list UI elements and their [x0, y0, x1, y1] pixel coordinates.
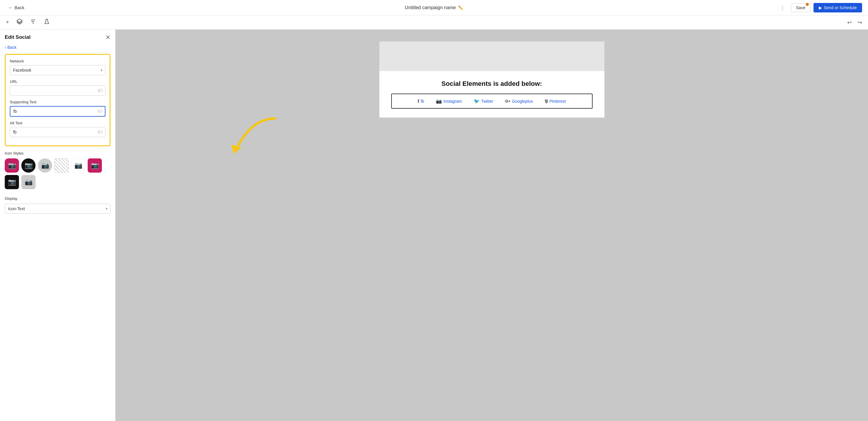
network-label: Network: [10, 59, 105, 63]
campaign-title: Untitled campaign name: [405, 5, 456, 10]
sidebar: Edit Social ✕ ‹ Back Network Facebook Tw…: [0, 30, 116, 421]
social-bar-title: Social Elements is added below:: [379, 71, 604, 94]
icon-style-8-icon: 📷: [25, 178, 33, 186]
back-label: Back: [14, 5, 24, 10]
canvas: Social Elements is added below: f fb 📷 I…: [116, 30, 868, 421]
undo-icon[interactable]: ↩: [846, 18, 853, 27]
send-or-schedule-button[interactable]: ▶ Send or Schedule: [813, 3, 862, 12]
display-label: Display: [5, 196, 111, 201]
display-section: Display Icon-Text Icon Text ▾: [5, 196, 111, 214]
more-options-button[interactable]: ⋮: [777, 3, 788, 12]
icon-style-1-icon: 📷: [8, 162, 16, 169]
edit-social-section: Network Facebook Twitter Instagram Linke…: [5, 54, 111, 146]
toolbar-right: ↩ ↪: [846, 18, 863, 27]
url-input-wrapper: 🏷: [10, 86, 105, 96]
toolbar-left: +: [5, 17, 51, 28]
alt-text-group: Alt Text 🏷: [10, 121, 105, 137]
instagram-icon: 📷: [436, 98, 442, 104]
icon-style-3-icon: 📷: [41, 162, 49, 169]
icon-style-6-icon: 📷: [91, 162, 99, 169]
supporting-text-tag-icon: 🏷: [98, 109, 102, 114]
flask-icon[interactable]: [42, 17, 51, 28]
svg-marker-6: [231, 144, 241, 154]
supporting-text-input-wrapper: 🏷: [10, 106, 105, 117]
googleplus-label: Googleplus: [512, 99, 533, 104]
network-group: Network Facebook Twitter Instagram Linke…: [10, 59, 105, 75]
email-header-section: [379, 41, 604, 71]
display-select[interactable]: Icon-Text Icon Text: [5, 204, 111, 214]
svg-point-5: [32, 21, 32, 22]
icon-style-8[interactable]: 📷: [21, 175, 35, 189]
googleplus-icon: G+: [505, 99, 510, 103]
redo-icon[interactable]: ↪: [857, 18, 863, 27]
icon-style-4[interactable]: [55, 158, 69, 172]
supporting-text-label: Supporting Text: [10, 100, 105, 104]
twitter-label: Twitter: [481, 99, 493, 104]
sidebar-header: Edit Social ✕: [5, 34, 111, 40]
add-element-button[interactable]: +: [5, 18, 10, 27]
facebook-icon: f: [417, 99, 419, 104]
send-label: Send or Schedule: [824, 5, 857, 10]
notification-dot: [806, 3, 809, 6]
icon-style-3[interactable]: 📷: [38, 158, 52, 172]
icon-style-7-icon: 📷: [8, 178, 16, 186]
alt-text-tag-icon: 🏷: [98, 129, 102, 135]
header-center: Untitled campaign name ✏️: [405, 5, 463, 10]
icon-style-5-icon: 📷: [74, 162, 82, 169]
header-left: ← Back: [6, 4, 27, 11]
social-bar: f fb 📷 Instagram 🐦 Twitter G+: [391, 94, 593, 109]
back-button[interactable]: ← Back: [6, 4, 27, 11]
icon-styles-label: Icon Styles: [5, 151, 111, 155]
icon-style-5[interactable]: 📷: [71, 158, 85, 172]
header-right: ⋮ Save ▶ Send or Schedule: [777, 3, 862, 12]
svg-point-4: [33, 23, 33, 24]
alt-text-label: Alt Text: [10, 121, 105, 125]
main-content: Edit Social ✕ ‹ Back Network Facebook Tw…: [0, 30, 868, 421]
display-select-wrapper: Icon-Text Icon Text ▾: [5, 204, 111, 214]
edit-pencil-icon[interactable]: ✏️: [458, 5, 463, 10]
social-item-pinterest[interactable]: 𝕻 Pinterest: [545, 99, 566, 104]
back-arrow-icon: ←: [8, 5, 13, 10]
icon-styles-section: Icon Styles 📷 📷 📷 📷 📷: [5, 151, 111, 195]
alt-text-input[interactable]: [10, 127, 105, 137]
sidebar-title: Edit Social: [5, 34, 31, 40]
email-card: Social Elements is added below: f fb 📷 I…: [379, 41, 604, 118]
url-tag-icon: 🏷: [98, 88, 102, 93]
icon-style-2[interactable]: 📷: [21, 158, 35, 172]
supporting-text-group: Supporting Text 🏷: [10, 100, 105, 117]
social-item-instagram[interactable]: 📷 Instagram: [436, 98, 462, 104]
back-chevron-icon: ‹: [5, 45, 6, 50]
social-item-facebook[interactable]: f fb: [417, 99, 424, 104]
filter-icon[interactable]: [29, 17, 38, 28]
alt-text-input-wrapper: 🏷: [10, 127, 105, 137]
back-link-label: Back: [7, 45, 17, 50]
close-sidebar-button[interactable]: ✕: [105, 34, 111, 40]
icon-style-6[interactable]: 📷: [88, 158, 102, 172]
back-link[interactable]: ‹ Back: [5, 45, 111, 50]
arrow-annotation: [228, 112, 281, 161]
instagram-label: Instagram: [443, 99, 462, 104]
pinterest-icon: 𝕻: [545, 99, 548, 104]
header: ← Back Untitled campaign name ✏️ ⋮ Save …: [0, 0, 868, 15]
url-input[interactable]: [10, 86, 105, 96]
icon-style-7[interactable]: 📷: [5, 175, 19, 189]
twitter-icon: 🐦: [474, 98, 480, 104]
icon-style-2-icon: 📷: [25, 162, 33, 169]
url-group: URL 🏷: [10, 79, 105, 96]
toolbar: + ↩ ↪: [0, 15, 868, 30]
send-icon: ▶: [819, 5, 822, 10]
network-select[interactable]: Facebook Twitter Instagram LinkedIn Pint…: [10, 65, 105, 75]
facebook-label: fb: [421, 99, 424, 104]
icon-styles-grid: 📷 📷 📷 📷 📷 📷: [5, 158, 111, 189]
network-select-wrapper: Facebook Twitter Instagram LinkedIn Pint…: [10, 65, 105, 75]
icon-style-1[interactable]: 📷: [5, 158, 19, 172]
layers-icon[interactable]: [15, 17, 24, 28]
social-item-googleplus[interactable]: G+ Googleplus: [505, 99, 533, 104]
pinterest-label: Pinterest: [549, 99, 566, 104]
supporting-text-input[interactable]: [10, 106, 105, 117]
url-label: URL: [10, 79, 105, 84]
social-item-twitter[interactable]: 🐦 Twitter: [474, 98, 493, 104]
